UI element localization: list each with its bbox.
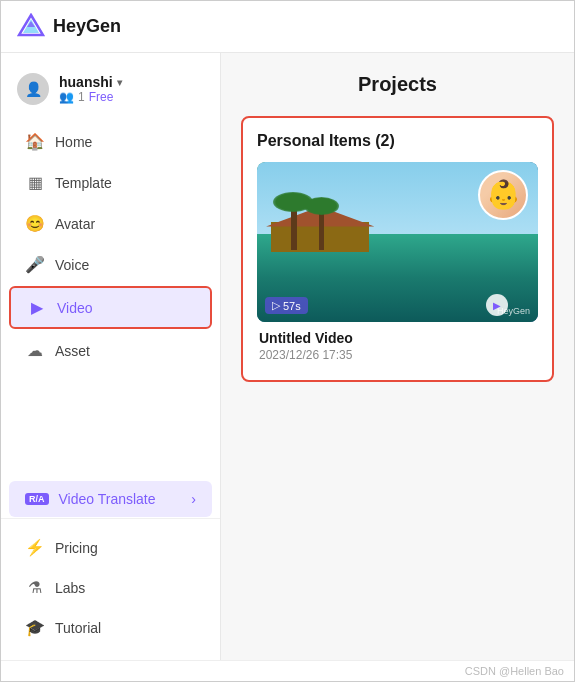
user-info: huanshi ▾ 👥 1 Free	[59, 74, 122, 104]
avatar: 👤	[17, 73, 49, 105]
duration-badge: ▷ 57s	[265, 297, 308, 314]
page-title: Projects	[241, 73, 554, 96]
user-section[interactable]: 👤 huanshi ▾ 👥 1 Free	[1, 65, 220, 121]
palm-tree-1	[291, 200, 297, 250]
user-name: huanshi ▾	[59, 74, 122, 90]
asset-icon: ☁	[25, 341, 45, 360]
sidebar-item-label: Tutorial	[55, 620, 101, 636]
video-thumbnail: 👶 ▷ 57s ▶ HeyGen	[257, 162, 538, 322]
user-meta: 👥 1 Free	[59, 90, 122, 104]
avatar-face: 👶	[486, 181, 521, 209]
video-translate-label: Video Translate	[59, 491, 156, 507]
duration-text: 57s	[283, 300, 301, 312]
sidebar-item-label: Pricing	[55, 540, 98, 556]
heygen-watermark: HeyGen	[497, 306, 530, 316]
sidebar-item-labs[interactable]: ⚗ Labs	[9, 568, 212, 607]
template-icon: ▦	[25, 173, 45, 192]
footer-watermark: CSDN @Hellen Bao	[1, 660, 574, 681]
palm-tree-2	[319, 205, 324, 250]
plan-badge: Free	[89, 90, 114, 104]
logo-area: HeyGen	[17, 13, 121, 41]
avatar-circle: 👶	[478, 170, 528, 220]
video-icon: ▶	[27, 298, 47, 317]
video-translate-badge: R/A	[25, 493, 49, 505]
sidebar-item-label: Voice	[55, 257, 89, 273]
sidebar-item-label: Avatar	[55, 216, 95, 232]
avatar-icon: 😊	[25, 214, 45, 233]
sidebar-item-template[interactable]: ▦ Template	[9, 163, 212, 202]
header: HeyGen	[1, 1, 574, 53]
sidebar-item-tutorial[interactable]: 🎓 Tutorial	[9, 608, 212, 647]
sidebar-item-label: Template	[55, 175, 112, 191]
video-info: Untitled Video 2023/12/26 17:35	[257, 322, 538, 366]
sidebar-bottom: ⚡ Pricing ⚗ Labs 🎓 Tutorial	[1, 518, 220, 648]
chevron-down-icon: ▾	[117, 77, 122, 88]
sidebar-item-label: Labs	[55, 580, 85, 596]
labs-icon: ⚗	[25, 578, 45, 597]
sidebar-item-voice[interactable]: 🎤 Voice	[9, 245, 212, 284]
heygen-logo-icon	[17, 13, 45, 41]
voice-icon: 🎤	[25, 255, 45, 274]
app-window: HeyGen 👤 huanshi ▾ 👥 1 Free	[0, 0, 575, 682]
section-title: Personal Items (2)	[257, 132, 538, 150]
app-name: HeyGen	[53, 16, 121, 37]
home-icon: 🏠	[25, 132, 45, 151]
sidebar-item-avatar[interactable]: 😊 Avatar	[9, 204, 212, 243]
sidebar-item-label: Asset	[55, 343, 90, 359]
main-content: Projects Personal Items (2) 👶	[221, 53, 574, 660]
sidebar-item-home[interactable]: 🏠 Home	[9, 122, 212, 161]
personal-items-section: Personal Items (2) 👶	[241, 116, 554, 382]
main-layout: 👤 huanshi ▾ 👥 1 Free 🏠 Home	[1, 53, 574, 660]
sidebar-item-asset[interactable]: ☁ Asset	[9, 331, 212, 370]
member-icon: 👥	[59, 90, 74, 104]
pricing-icon: ⚡	[25, 538, 45, 557]
sidebar-item-pricing[interactable]: ⚡ Pricing	[9, 528, 212, 567]
video-date: 2023/12/26 17:35	[259, 348, 536, 362]
sidebar: 👤 huanshi ▾ 👥 1 Free 🏠 Home	[1, 53, 221, 660]
video-icon-small: ▷	[272, 299, 280, 312]
sidebar-item-video[interactable]: ▶ Video	[9, 286, 212, 329]
sidebar-item-label: Home	[55, 134, 92, 150]
tutorial-icon: 🎓	[25, 618, 45, 637]
video-card[interactable]: 👶 ▷ 57s ▶ HeyGen Untitled Video 2023/12/…	[257, 162, 538, 366]
arrow-icon: ›	[191, 491, 196, 507]
sidebar-item-video-translate[interactable]: R/A Video Translate ›	[9, 481, 212, 517]
video-title: Untitled Video	[259, 330, 536, 346]
sidebar-item-label: Video	[57, 300, 93, 316]
